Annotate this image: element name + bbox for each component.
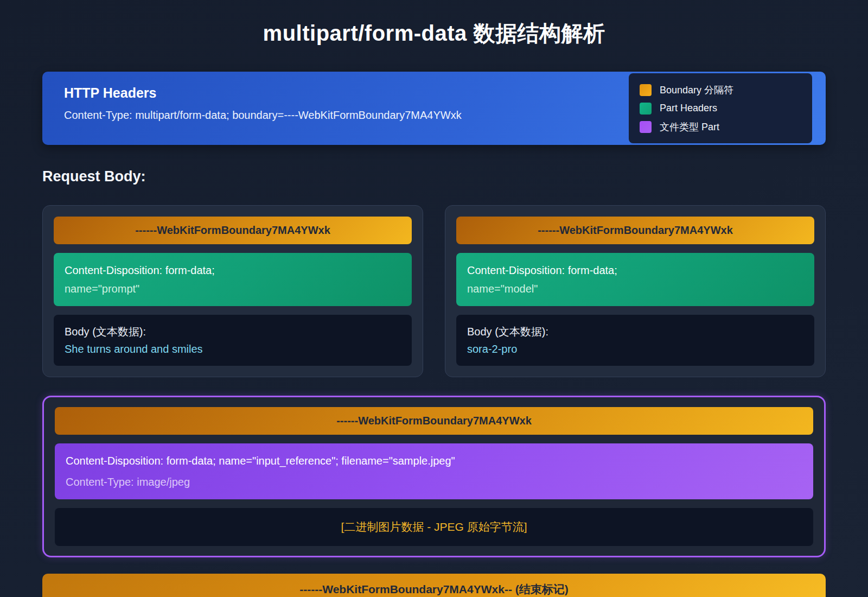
http-headers-content: HTTP Headers Content-Type: multipart/for… bbox=[42, 72, 629, 145]
page-root: multipart/form-data 数据结构解析 HTTP Headers … bbox=[0, 0, 868, 597]
part-card-model: ------WebKitFormBoundary7MA4YWxk Content… bbox=[445, 205, 826, 377]
file-header-disposition: Content-Disposition: form-data; name="in… bbox=[66, 453, 802, 469]
legend-item-label: Boundary 分隔符 bbox=[660, 84, 733, 97]
legend-item-part-headers: Part Headers bbox=[640, 103, 803, 115]
legend-item-file-part: 文件类型 Part bbox=[640, 120, 803, 134]
file-part-color-swatch bbox=[640, 121, 652, 133]
part-body-box: Body (文本数据): sora-2-pro bbox=[456, 315, 814, 366]
page-title: multipart/form-data 数据结构解析 bbox=[42, 0, 826, 48]
legend: Boundary 分隔符 Part Headers 文件类型 Part bbox=[629, 73, 812, 143]
part-card-prompt: ------WebKitFormBoundary7MA4YWxk Content… bbox=[42, 205, 423, 377]
http-headers-box: HTTP Headers Content-Type: multipart/for… bbox=[42, 72, 826, 145]
file-part-card: ------WebKitFormBoundary7MA4YWxk Content… bbox=[42, 396, 826, 557]
part-header-name: name="prompt" bbox=[65, 280, 401, 298]
text-parts-row: ------WebKitFormBoundary7MA4YWxk Content… bbox=[42, 205, 826, 377]
content-type-line: Content-Type: multipart/form-data; bound… bbox=[64, 109, 607, 122]
part-header-name: name="model" bbox=[467, 280, 803, 298]
legend-item-label: Part Headers bbox=[660, 103, 717, 114]
end-boundary-bar: ------WebKitFormBoundary7MA4YWxk-- (结束标记… bbox=[42, 574, 826, 597]
boundary-color-swatch bbox=[640, 84, 652, 96]
part-body-value: She turns around and smiles bbox=[65, 340, 401, 358]
binary-data-box: [二进制图片数据 - JPEG 原始字节流] bbox=[55, 508, 813, 546]
part-header-box: Content-Disposition: form-data; name="mo… bbox=[456, 253, 814, 306]
boundary-bar: ------WebKitFormBoundary7MA4YWxk bbox=[55, 407, 813, 435]
part-body-label: Body (文本数据): bbox=[65, 323, 401, 340]
part-header-disposition: Content-Disposition: form-data; bbox=[467, 261, 803, 280]
http-headers-title: HTTP Headers bbox=[64, 85, 607, 101]
file-header-box: Content-Disposition: form-data; name="in… bbox=[55, 443, 813, 499]
part-body-label: Body (文本数据): bbox=[467, 323, 803, 340]
legend-item-label: 文件类型 Part bbox=[660, 120, 719, 134]
boundary-bar: ------WebKitFormBoundary7MA4YWxk bbox=[54, 217, 412, 244]
part-body-box: Body (文本数据): She turns around and smiles bbox=[54, 315, 412, 366]
part-headers-color-swatch bbox=[640, 103, 652, 115]
file-header-content-type: Content-Type: image/jpeg bbox=[66, 474, 802, 490]
legend-item-boundary: Boundary 分隔符 bbox=[640, 84, 803, 97]
part-body-value: sora-2-pro bbox=[467, 340, 803, 358]
request-body-heading: Request Body: bbox=[42, 168, 826, 185]
part-header-disposition: Content-Disposition: form-data; bbox=[65, 261, 401, 280]
part-header-box: Content-Disposition: form-data; name="pr… bbox=[54, 253, 412, 306]
boundary-bar: ------WebKitFormBoundary7MA4YWxk bbox=[456, 217, 814, 244]
